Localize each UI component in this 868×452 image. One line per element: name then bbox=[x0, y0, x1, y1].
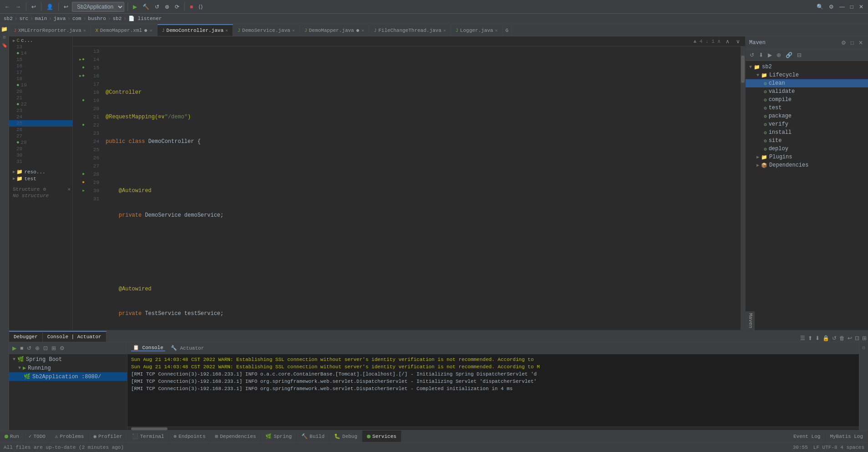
btab-mybatis[interactable]: MyBatis Log bbox=[825, 431, 868, 442]
horizontal-scrollbar[interactable] bbox=[127, 427, 859, 430]
breadcrumb-item[interactable]: bushro bbox=[88, 16, 106, 21]
btab-todo[interactable]: ✓ TODO bbox=[24, 431, 51, 442]
svc-stop-btn[interactable]: ■ bbox=[19, 345, 25, 352]
tab-file-change-thread[interactable]: J FileChangeThread.java ✕ bbox=[369, 24, 451, 36]
h-scroll-thumb[interactable] bbox=[131, 427, 168, 430]
tab-demo-service[interactable]: J DemoService.java ✕ bbox=[233, 24, 300, 36]
toolbar-build[interactable]: 🔨 bbox=[141, 3, 151, 11]
tree-item-15[interactable]: 15 bbox=[9, 56, 72, 63]
console-filter-btn[interactable]: ⊡ bbox=[853, 335, 861, 342]
btab-run[interactable]: Run bbox=[0, 431, 24, 442]
breadcrumb-item[interactable]: java bbox=[54, 16, 66, 21]
breadcrumb-item[interactable]: sb2 bbox=[4, 16, 13, 21]
sidebar-bookmark-icon[interactable]: 🔖 bbox=[1, 42, 8, 49]
toolbar-stop[interactable]: ■ bbox=[188, 3, 195, 11]
maven-clean[interactable]: ⚙ clean bbox=[746, 79, 868, 87]
console-reload-btn[interactable]: ↺ bbox=[831, 335, 838, 342]
vertical-scrollbar[interactable] bbox=[741, 46, 745, 330]
tab-debugger[interactable]: Debugger bbox=[9, 331, 43, 342]
maven-link-btn[interactable]: 🔗 bbox=[784, 51, 794, 59]
maven-settings-btn[interactable]: ⚙ bbox=[840, 39, 848, 46]
svc-run-btn[interactable]: ▶ bbox=[11, 345, 18, 352]
toolbar-search[interactable]: 🔍 bbox=[815, 3, 825, 11]
console-up-btn[interactable]: ⬆ bbox=[807, 335, 814, 342]
svc-filter-btn[interactable]: ⊡ bbox=[42, 345, 49, 352]
maven-compile[interactable]: ⚙ compile bbox=[746, 96, 868, 104]
toolbar-user[interactable]: 👤 bbox=[45, 3, 55, 11]
tree-item-18[interactable]: 18 bbox=[9, 76, 72, 82]
toolbar-translate[interactable]: ⟨⟩ bbox=[197, 3, 205, 11]
console-sidebar-expand[interactable]: ⊟ bbox=[860, 344, 868, 351]
svc-add-btn[interactable]: ⊕ bbox=[34, 345, 41, 352]
sidebar-structure-icon[interactable]: ⊞ bbox=[1, 34, 8, 41]
console-wrap-btn[interactable]: ↩ bbox=[846, 335, 853, 342]
svc-group-btn[interactable]: ⊞ bbox=[50, 345, 57, 352]
tree-item-14[interactable]: ● 14 bbox=[9, 50, 72, 56]
tree-item-structure[interactable]: Structure ⚙ ✕ bbox=[9, 186, 72, 193]
console-down-btn[interactable]: ⬇ bbox=[814, 335, 821, 342]
sidebar-project-icon[interactable]: 📁 bbox=[1, 25, 8, 33]
btab-problems[interactable]: ⚠ Problems bbox=[51, 431, 89, 442]
scroll-up-btn[interactable]: ∧ bbox=[724, 38, 731, 45]
tree-item-c[interactable]: ▶ C c... bbox=[9, 37, 72, 44]
tree-item-29[interactable]: 29 bbox=[9, 146, 72, 152]
maven-add-btn[interactable]: ⊕ bbox=[775, 51, 782, 59]
console-options-btn[interactable]: ☰ bbox=[799, 335, 807, 342]
maven-download-btn[interactable]: ⬇ bbox=[757, 51, 765, 59]
maven-site[interactable]: ⚙ site bbox=[746, 137, 868, 145]
btab-event-log[interactable]: Event Log bbox=[789, 431, 825, 442]
btab-endpoints[interactable]: ⊕ Endpoints bbox=[169, 431, 211, 442]
service-running[interactable]: ▼ ▶ Running bbox=[9, 364, 127, 372]
toolbar-undo[interactable]: ↩ bbox=[30, 3, 38, 11]
maven-root[interactable]: ▼ 📁 sb2 bbox=[746, 63, 868, 71]
maven-dependencies[interactable]: ▶ 📦 Dependencies bbox=[746, 161, 868, 169]
breadcrumb-item[interactable]: 📄 listener bbox=[128, 15, 162, 21]
breadcrumb-item[interactable]: sb2 bbox=[113, 16, 122, 21]
maven-expand-btn[interactable]: □ bbox=[849, 39, 855, 46]
svc-settings-btn[interactable]: ⚙ bbox=[58, 345, 66, 352]
tree-item-19[interactable]: ● 19 bbox=[9, 82, 72, 88]
tab-demo-mapper[interactable]: J DemoMapper.java ● ✕ bbox=[300, 24, 369, 36]
app-dropdown[interactable]: Sb2Application bbox=[72, 2, 124, 12]
tab-logger[interactable]: J Logger.java ✕ bbox=[451, 24, 503, 36]
maven-plugins[interactable]: ▶ 📁 Plugins bbox=[746, 153, 868, 161]
toolbar-add[interactable]: ⊕ bbox=[163, 3, 171, 11]
tree-item-21[interactable]: 21 bbox=[9, 95, 72, 101]
tree-item-26[interactable]: 26 bbox=[9, 127, 72, 133]
toolbar-reload[interactable]: ↺ bbox=[153, 3, 161, 11]
btab-build[interactable]: 🔨 Build bbox=[297, 431, 330, 442]
tree-item-25[interactable]: 25 bbox=[9, 120, 72, 127]
toolbar-maximize[interactable]: □ bbox=[848, 3, 855, 11]
maven-lifecycle[interactable]: ▼ 📁 Lifecycle bbox=[746, 71, 868, 79]
subtab-console[interactable]: 📋 Console bbox=[131, 345, 165, 351]
tab-demo-controller[interactable]: J DemoController.java ✕ bbox=[157, 24, 233, 36]
maven-refresh-btn[interactable]: ↺ bbox=[748, 51, 756, 59]
breadcrumb-item[interactable]: com bbox=[72, 16, 81, 21]
toolbar-sync[interactable]: ⟳ bbox=[173, 3, 181, 11]
toolbar-back[interactable]: ← bbox=[3, 3, 12, 11]
toolbar-minimize[interactable]: — bbox=[838, 3, 847, 11]
console-scroll-lock-btn[interactable]: 🔒 bbox=[821, 335, 831, 342]
maven-close-btn[interactable]: ✕ bbox=[857, 39, 864, 46]
toolbar-close[interactable]: ✕ bbox=[857, 3, 865, 11]
btab-profiler[interactable]: ◉ Profiler bbox=[89, 431, 127, 442]
breadcrumb-item[interactable]: src bbox=[19, 16, 28, 21]
tree-item-16[interactable]: 16 bbox=[9, 63, 72, 69]
tree-item-24[interactable]: 24 bbox=[9, 114, 72, 120]
tree-item-30[interactable]: 30 bbox=[9, 152, 72, 158]
tree-item-31[interactable]: 31 bbox=[9, 158, 72, 165]
toolbar-run[interactable]: ▶ bbox=[131, 3, 139, 11]
btab-spring[interactable]: 🌿 Spring bbox=[261, 431, 297, 442]
maven-collapse-btn[interactable]: ⊟ bbox=[796, 51, 803, 59]
maven-install[interactable]: ⚙ install bbox=[746, 128, 868, 137]
subtab-actuator[interactable]: 🔧 Actuator bbox=[169, 345, 206, 351]
service-sb2app[interactable]: 🌿 Sb2Application :8080/ bbox=[9, 372, 127, 381]
tree-item-22[interactable]: ● 22 bbox=[9, 101, 72, 107]
maven-vertical-label[interactable]: Maven bbox=[746, 311, 755, 330]
toolbar-forward[interactable]: → bbox=[14, 3, 23, 11]
toolbar-settings[interactable]: ⚙ bbox=[827, 3, 836, 11]
btab-terminal[interactable]: ⬛ Terminal bbox=[127, 431, 169, 442]
tree-item-resources[interactable]: ▶ 📁 reso... bbox=[9, 168, 72, 175]
tab-more[interactable]: G bbox=[503, 24, 512, 36]
breadcrumb-item[interactable]: main bbox=[35, 16, 47, 21]
